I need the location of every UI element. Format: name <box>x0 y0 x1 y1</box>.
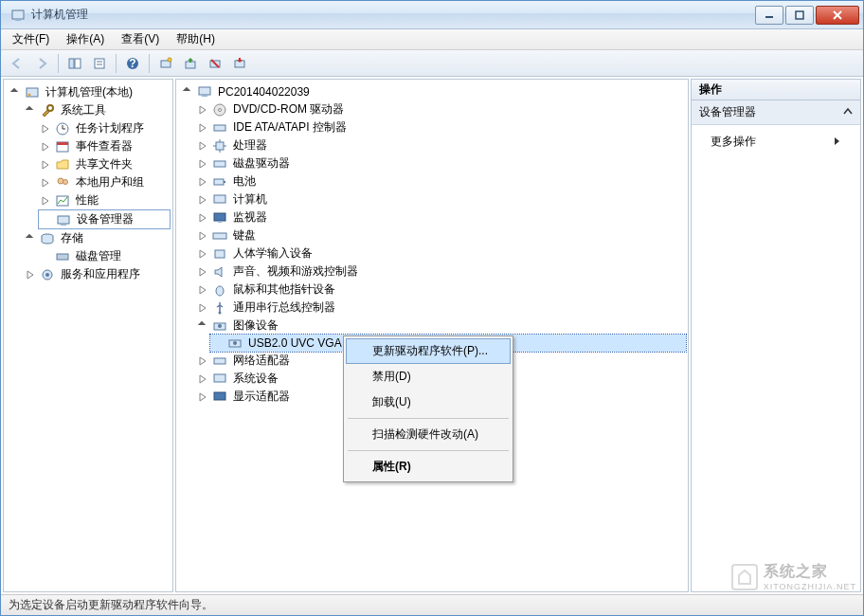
tree-label: 处理器 <box>231 137 269 154</box>
menu-file[interactable]: 文件(F) <box>5 29 57 49</box>
collapse-icon[interactable] <box>25 105 36 117</box>
close-button[interactable] <box>816 6 859 25</box>
back-button[interactable] <box>7 53 27 74</box>
computer-icon <box>212 192 227 208</box>
collapse-icon[interactable] <box>9 87 21 99</box>
expand-icon[interactable] <box>25 269 36 281</box>
tree-system-tools[interactable]: 系统工具 <box>23 101 171 119</box>
svg-rect-6 <box>69 59 74 68</box>
tree-imaging[interactable]: 图像设备 <box>195 317 686 335</box>
properties-button[interactable] <box>89 53 110 74</box>
expand-icon[interactable] <box>197 391 208 403</box>
collapse-icon[interactable] <box>25 233 36 245</box>
maximize-button[interactable] <box>785 6 814 25</box>
actions-sub-header[interactable]: 设备管理器 <box>692 100 860 125</box>
expand-icon[interactable] <box>197 373 208 385</box>
actions-more[interactable]: 更多操作 <box>692 129 860 154</box>
tree-hid[interactable]: 人体学输入设备 <box>195 245 686 263</box>
svg-point-57 <box>218 324 222 328</box>
svg-point-14 <box>168 58 171 62</box>
collapse-icon[interactable] <box>182 86 193 98</box>
svg-rect-8 <box>95 59 104 68</box>
context-update-driver[interactable]: 更新驱动程序软件(P)... <box>346 338 511 364</box>
tree-performance[interactable]: 性能 <box>38 191 171 209</box>
context-uninstall[interactable]: 卸载(U) <box>346 390 511 415</box>
tree-disk-management[interactable]: 磁盘管理 <box>38 247 171 265</box>
expand-icon[interactable] <box>197 140 208 152</box>
svg-rect-30 <box>58 216 69 224</box>
menu-view[interactable]: 查看(V) <box>114 29 167 49</box>
scan-hardware-button[interactable] <box>155 53 176 74</box>
expand-icon[interactable] <box>40 159 51 171</box>
menu-help[interactable]: 帮助(H) <box>169 29 223 49</box>
expand-icon[interactable] <box>197 230 208 242</box>
update-driver-button[interactable] <box>180 53 201 74</box>
expand-icon[interactable] <box>40 195 51 207</box>
svg-point-27 <box>58 178 63 184</box>
expand-icon[interactable] <box>40 123 51 135</box>
expand-icon[interactable] <box>197 122 208 134</box>
management-tree[interactable]: 计算机管理(本地) 系统工具 任务计划程序 <box>4 80 172 287</box>
svg-rect-31 <box>61 224 66 226</box>
svg-point-55 <box>219 311 222 314</box>
tree-ide[interactable]: IDE ATA/ATAPI 控制器 <box>195 118 686 136</box>
tree-storage[interactable]: 存储 <box>23 229 171 247</box>
expand-icon[interactable] <box>40 177 51 189</box>
minimize-button[interactable] <box>755 6 783 25</box>
computer-icon <box>197 84 212 100</box>
expand-icon[interactable] <box>197 248 208 260</box>
forward-button[interactable] <box>31 53 52 74</box>
tree-battery[interactable]: 电池 <box>195 172 686 190</box>
expand-icon[interactable] <box>197 212 208 224</box>
show-hide-tree-button[interactable] <box>64 53 85 74</box>
tree-event-viewer[interactable]: 事件查看器 <box>38 137 171 155</box>
context-scan-hardware[interactable]: 扫描检测硬件改动(A) <box>346 422 511 447</box>
tree-services-apps[interactable]: 服务和应用程序 <box>23 265 171 283</box>
expand-icon[interactable] <box>197 302 208 314</box>
keyboard-icon <box>212 228 227 244</box>
computer-management-icon <box>25 85 40 100</box>
window-title: 计算机管理 <box>31 7 753 23</box>
tree-computer-root[interactable]: PC201404022039 <box>180 83 686 100</box>
collapse-icon[interactable] <box>197 320 208 332</box>
tree-device-manager[interactable]: 设备管理器 <box>38 209 171 229</box>
tree-mouse[interactable]: 鼠标和其他指针设备 <box>195 281 686 299</box>
expand-icon[interactable] <box>197 284 208 296</box>
tree-computers[interactable]: 计算机 <box>195 190 686 208</box>
tree-sound[interactable]: 声音、视频和游戏控制器 <box>195 263 686 281</box>
tree-local-users[interactable]: 本地用户和组 <box>38 173 171 191</box>
disable-button[interactable] <box>229 53 250 74</box>
expand-icon[interactable] <box>197 158 208 170</box>
tree-dvd[interactable]: DVD/CD-ROM 驱动器 <box>195 100 686 118</box>
expand-icon[interactable] <box>197 104 208 116</box>
tree-monitor[interactable]: 监视器 <box>195 208 686 226</box>
tree-label: IDE ATA/ATAPI 控制器 <box>231 119 349 136</box>
expand-icon[interactable] <box>197 194 208 206</box>
tree-root[interactable]: 计算机管理(本地) <box>8 83 171 101</box>
uninstall-button[interactable] <box>205 53 225 74</box>
svg-rect-61 <box>214 374 225 382</box>
tree-usb[interactable]: 通用串行总线控制器 <box>195 299 686 317</box>
menu-action[interactable]: 操作(A) <box>59 29 112 49</box>
tree-disk[interactable]: 磁盘驱动器 <box>195 154 686 172</box>
tree-keyboard[interactable]: 键盘 <box>195 226 686 245</box>
help-button[interactable]: ? <box>122 53 143 74</box>
device-tree-pane: PC201404022039 DVD/CD-ROM 驱动器 IDE ATA/AT… <box>175 79 689 592</box>
context-properties[interactable]: 属性(R) <box>346 454 511 480</box>
folder-icon <box>55 157 70 172</box>
users-icon <box>55 175 70 190</box>
tree-label: 显示适配器 <box>231 389 292 405</box>
tree-task-scheduler[interactable]: 任务计划程序 <box>38 119 171 137</box>
tree-cpu[interactable]: 处理器 <box>195 136 686 154</box>
webcam-icon <box>227 335 243 351</box>
expand-icon[interactable] <box>197 266 208 278</box>
expand-icon[interactable] <box>197 176 208 188</box>
tree-label: 通用串行总线控制器 <box>231 299 337 316</box>
expand-icon[interactable] <box>40 141 51 153</box>
svg-rect-49 <box>214 195 225 203</box>
services-icon <box>40 267 55 282</box>
context-disable[interactable]: 禁用(D) <box>346 364 511 390</box>
expand-icon[interactable] <box>197 355 208 367</box>
tree-shared-folders[interactable]: 共享文件夹 <box>38 155 171 173</box>
collapse-icon[interactable] <box>843 106 853 119</box>
